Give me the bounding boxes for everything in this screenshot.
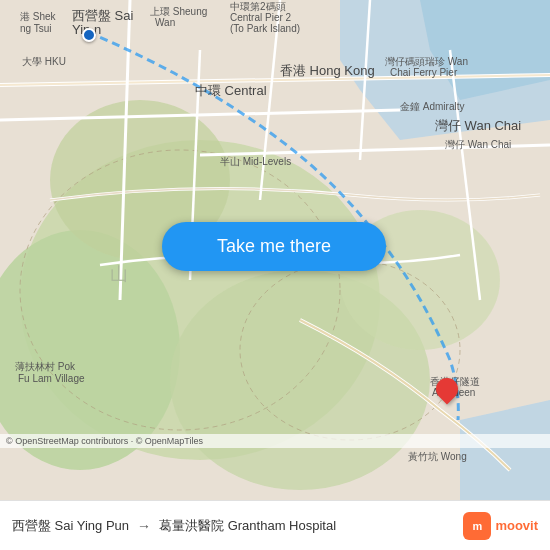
- svg-text:Central Pier 2: Central Pier 2: [230, 12, 292, 23]
- svg-text:灣仔碼頭瑞珍 Wan: 灣仔碼頭瑞珍 Wan: [385, 56, 468, 67]
- svg-text:香港 Hong Kong: 香港 Hong Kong: [280, 63, 375, 78]
- svg-text:灣仔 Wan Chai: 灣仔 Wan Chai: [445, 139, 511, 150]
- svg-text:Fu Lam Village: Fu Lam Village: [18, 373, 85, 384]
- moovit-brand-text: moovit: [495, 518, 538, 533]
- route-info: 西營盤 Sai Ying Pun → 葛量洪醫院 Grantham Hospit…: [12, 517, 463, 535]
- svg-text:Chai Ferry Pier: Chai Ferry Pier: [390, 67, 458, 78]
- moovit-icon: m: [463, 512, 491, 540]
- svg-text:西營盤 Sai: 西營盤 Sai: [72, 8, 134, 23]
- svg-text:灣仔 Wan Chai: 灣仔 Wan Chai: [435, 118, 521, 133]
- svg-text:半山 Mid-Levels: 半山 Mid-Levels: [220, 156, 291, 167]
- map-container: 港 Shek ng Tsui 西營盤 Sai Yin n 上環 Sheung W…: [0, 0, 550, 500]
- svg-text:Wan: Wan: [155, 17, 175, 28]
- svg-text:黃竹坑 Wong: 黃竹坑 Wong: [408, 451, 467, 462]
- destination-pin: [436, 378, 458, 400]
- svg-text:中環 Central: 中環 Central: [195, 83, 267, 98]
- svg-text:山: 山: [110, 264, 128, 284]
- moovit-logo: m moovit: [463, 512, 538, 540]
- svg-text:中環第2碼頭: 中環第2碼頭: [230, 1, 286, 12]
- route-destination: 葛量洪醫院 Grantham Hospital: [159, 517, 336, 535]
- svg-text:大學 HKU: 大學 HKU: [22, 56, 66, 67]
- svg-text:港 Shek: 港 Shek: [20, 11, 57, 22]
- map-attribution: © OpenStreetMap contributors · © OpenMap…: [0, 434, 550, 448]
- route-origin: 西營盤 Sai Ying Pun: [12, 517, 129, 535]
- svg-text:ng Tsui: ng Tsui: [20, 23, 52, 34]
- route-arrow-icon: →: [137, 518, 151, 534]
- bottom-bar: 西營盤 Sai Ying Pun → 葛量洪醫院 Grantham Hospit…: [0, 500, 550, 550]
- svg-text:上環 Sheung: 上環 Sheung: [150, 6, 207, 17]
- svg-text:金鐘 Admiralty: 金鐘 Admiralty: [400, 101, 464, 112]
- origin-marker: [82, 28, 96, 42]
- svg-text:(To Park Island): (To Park Island): [230, 23, 300, 34]
- svg-text:薄扶林村 Pok: 薄扶林村 Pok: [15, 361, 76, 372]
- take-me-there-button[interactable]: Take me there: [162, 222, 386, 271]
